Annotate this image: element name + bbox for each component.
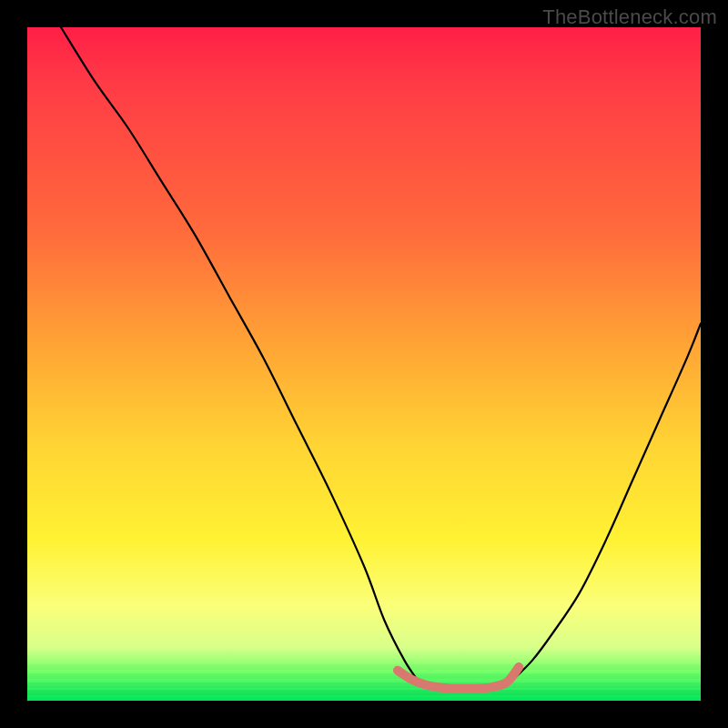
outer-frame: TheBottleneck.com	[0, 0, 728, 728]
plot-area	[27, 27, 701, 701]
left-curve-path	[61, 27, 418, 681]
attribution-text: TheBottleneck.com	[542, 5, 717, 29]
valley-marker-path	[398, 667, 519, 689]
right-curve-path	[512, 324, 701, 681]
curve-layer	[27, 27, 701, 701]
